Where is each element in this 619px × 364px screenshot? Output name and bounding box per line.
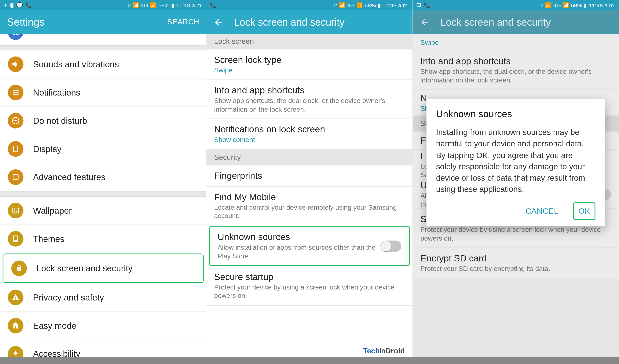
item-subtitle: Show app shortcuts, the dual clock, or t… — [214, 97, 405, 113]
battery-text: 68% — [365, 2, 376, 8]
item-info-shortcuts[interactable]: Info and app shortcuts Show app shortcut… — [413, 51, 619, 90]
watermark: TechinDroid — [363, 347, 405, 356]
warning-icon — [8, 290, 23, 305]
item-screen-lock-type-partial[interactable]: Swipe — [413, 34, 619, 51]
settings-item-accessibility[interactable]: Accessibility — [0, 340, 206, 357]
network-indicator: 4G — [141, 2, 148, 8]
settings-label: Notifications — [33, 87, 80, 98]
settings-item-lockscreen-security[interactable]: Lock screen and security — [3, 254, 203, 282]
item-secure-startup[interactable]: Secure startup Protect your device by us… — [206, 266, 413, 306]
item-title: Encrypt SD card — [421, 253, 611, 264]
settings-item-easymode[interactable]: Easy mode — [0, 312, 206, 340]
search-button[interactable]: SEARCH — [167, 18, 199, 27]
dialog-body: Installing from unknown sources may be h… — [436, 127, 595, 195]
chat-icon: 💬 — [16, 2, 23, 8]
settings-label: Applications — [33, 34, 80, 34]
lock-icon — [11, 261, 27, 276]
apps-icon — [8, 34, 23, 40]
list-icon — [8, 85, 23, 100]
item-screen-lock-type[interactable]: Screen lock type Swipe — [206, 49, 413, 80]
clock-text: 11:48 a.m. — [176, 2, 203, 8]
item-value: Swipe — [421, 38, 611, 47]
app-bar: Settings SEARCH — [0, 10, 206, 34]
section-divider — [0, 192, 206, 196]
item-encrypt-sd[interactable]: Encrypt SD card Protect your SD card by … — [413, 248, 619, 278]
screen-settings: ✦ f 💬 📞 2 📶 4G 📶 68% ▮ 11:48 a.m. Settin… — [0, 0, 206, 357]
battery-icon: ▮ — [378, 2, 381, 8]
item-subtitle: Allow installation of apps from sources … — [218, 243, 380, 260]
settings-item-notifications[interactable]: Notifications — [0, 79, 206, 107]
svg-point-12 — [15, 350, 16, 352]
settings-label: Privacy and safety — [33, 292, 104, 302]
screen-lockscreen-security: 📞 2 📶 4G 📶 68% ▮ 11:48 a.m. Lock screen … — [206, 0, 413, 357]
notification-icon: ✦ — [3, 2, 8, 8]
signal-icon: 📶 — [133, 2, 139, 8]
svg-rect-11 — [14, 240, 17, 241]
app-bar: Lock screen and security — [206, 10, 413, 34]
item-subtitle: Protect your device by using a screen lo… — [421, 225, 611, 242]
settings-item-privacy[interactable]: Privacy and safety — [0, 283, 206, 312]
item-value: Show content — [214, 136, 405, 144]
sim-indicator: 2 — [128, 2, 131, 8]
settings-item-dnd[interactable]: Do not disturb — [0, 107, 206, 135]
item-unknown-sources[interactable]: Unknown sources Allow installation of ap… — [210, 227, 409, 265]
battery-text: 68% — [571, 2, 582, 8]
item-title: Notifications on lock screen — [214, 124, 405, 135]
svg-rect-6 — [14, 146, 18, 152]
item-title: Screen lock type — [214, 55, 405, 65]
item-title: Info and app shortcuts — [214, 85, 405, 96]
item-find-my-mobile[interactable]: Find My Mobile Locate and control your d… — [206, 187, 413, 226]
status-bar: 📞 2 📶 4G 📶 68% ▮ 11:48 a.m. — [206, 0, 413, 10]
settings-item-display[interactable]: Display — [0, 135, 206, 163]
settings-item-wallpaper[interactable]: Wallpaper — [0, 196, 206, 225]
clock-text: 11:48 a.m. — [589, 2, 615, 8]
clock-text: 11:48 a.m. — [382, 2, 409, 8]
item-subtitle: Protect your device by using a screen lo… — [214, 283, 405, 300]
image-icon: 🖼 — [416, 2, 421, 8]
ok-button[interactable]: OK — [573, 202, 595, 220]
settings-item-applications[interactable]: Applications — [0, 34, 206, 45]
item-title: Find My Mobile — [214, 192, 405, 202]
dnd-icon — [8, 113, 23, 128]
display-icon — [8, 141, 23, 157]
item-lockscreen-notifications[interactable]: Notifications on lock screen Show conten… — [206, 119, 413, 150]
signal-icon-2: 📶 — [150, 2, 156, 8]
item-title: Info and app shortcuts — [421, 56, 611, 67]
item-title: Secure startup — [214, 272, 405, 282]
status-bar: ✦ f 💬 📞 2 📶 4G 📶 68% ▮ 11:48 a.m. — [0, 0, 206, 10]
app-bar: Lock screen and security — [413, 10, 619, 34]
settings-item-advanced[interactable]: Advanced features — [0, 163, 206, 192]
settings-item-sounds[interactable]: Sounds and vibrations — [0, 50, 206, 79]
section-header-security: Security — [206, 150, 413, 165]
settings-label: Advanced features — [33, 172, 105, 182]
settings-label: Easy mode — [33, 321, 76, 331]
sim-indicator: 2 — [540, 2, 544, 8]
battery-icon: ▮ — [584, 2, 587, 8]
unknown-sources-toggle[interactable] — [380, 240, 401, 252]
status-bar: 🖼📞 2 📶 4G 📶 68% ▮ 11:48 a.m. — [413, 0, 619, 10]
home-icon — [8, 318, 23, 333]
facebook-icon: f — [10, 3, 14, 8]
settings-label: Sounds and vibrations — [33, 59, 119, 70]
back-icon[interactable] — [420, 17, 430, 27]
call-icon: 📞 — [210, 2, 216, 8]
settings-item-themes[interactable]: Themes — [0, 225, 206, 253]
signal-icon-2: 📶 — [563, 2, 569, 8]
item-title: Unknown sources — [218, 232, 380, 242]
item-fingerprints[interactable]: Fingerprints — [206, 165, 413, 186]
item-value: Swipe — [214, 66, 405, 74]
signal-icon-2: 📶 — [356, 2, 363, 8]
settings-label: Lock screen and security — [36, 263, 133, 273]
back-icon[interactable] — [213, 17, 224, 27]
unknown-sources-dialog: Unknown sources Installing from unknown … — [426, 99, 605, 226]
item-subtitle: Protect your SD card by encrypting its d… — [421, 264, 611, 273]
battery-icon: ▮ — [171, 2, 174, 8]
battery-text: 68% — [158, 2, 170, 8]
settings-label: Do not disturb — [33, 116, 87, 126]
cancel-button[interactable]: CANCEL — [521, 203, 563, 219]
page-title: Lock screen and security — [440, 16, 612, 28]
signal-icon: 📶 — [339, 2, 345, 8]
item-subtitle: Locate and control your device remotely … — [214, 203, 405, 220]
item-info-shortcuts[interactable]: Info and app shortcuts Show app shortcut… — [206, 80, 413, 119]
section-header-lockscreen: Lock screen — [206, 34, 413, 49]
